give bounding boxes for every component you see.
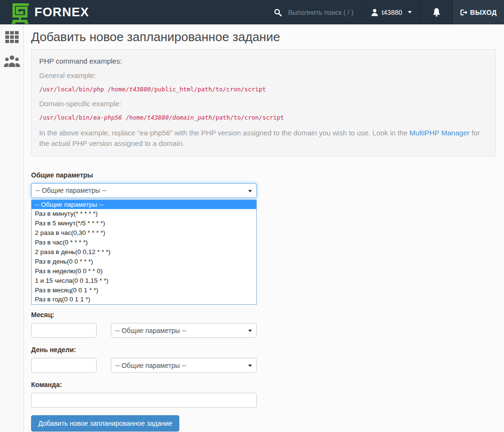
brand[interactable]: FORNEX (0, 0, 265, 24)
submit-button[interactable]: Добавить новое запланированное задание (31, 415, 179, 432)
bell-icon (432, 8, 441, 17)
general-example-label: General example: (39, 71, 488, 79)
people-group-icon (3, 55, 21, 67)
php-version-note: In the above example, replace “ea-php56”… (39, 128, 488, 149)
multiphp-manager-link[interactable]: MultiPHP Manager (409, 129, 470, 137)
weekday-label: День недели: (31, 346, 496, 354)
fornex-logo-icon (10, 1, 30, 24)
logout-label: ВЫХОД (470, 9, 497, 16)
top-navbar: FORNEX Выполнить поиск ( / ) t43880 (0, 0, 504, 24)
brand-name: FORNEX (34, 5, 89, 20)
common-settings-selected-value: -- Общие параметры -- (35, 187, 107, 194)
general-example-code: /usr/local/bin/php /home/t43880/public_h… (39, 86, 488, 93)
sidebar-item-apps[interactable] (0, 31, 23, 43)
dropdown-option[interactable]: Раз в день(0 0 * * *) (32, 257, 256, 266)
command-input[interactable] (31, 393, 257, 408)
common-settings-label: Общие параметры (31, 171, 496, 179)
month-select[interactable]: -- Общие параметры -- (111, 323, 257, 338)
php-examples-heading: PHP command examples: (39, 57, 488, 65)
command-label: Команда: (31, 381, 496, 388)
domain-example-code: /usr/local/bin/ea-php56 /home/t43880/dom… (39, 114, 488, 121)
dropdown-option[interactable]: Раз в минуту(* * * * *) (32, 209, 256, 219)
user-icon (371, 9, 378, 16)
cron-form: Общие параметры -- Общие параметры -- --… (31, 171, 496, 432)
weekday-select[interactable]: -- Общие параметры -- (111, 358, 257, 373)
common-settings-select[interactable]: -- Общие параметры -- (31, 183, 257, 198)
select-caret-icon (248, 330, 252, 332)
search-placeholder: Выполнить поиск ( / ) (288, 9, 353, 16)
logout-button[interactable]: ВЫХОД (452, 0, 504, 24)
search-box[interactable]: Выполнить поиск ( / ) (265, 0, 362, 24)
username: t43880 (382, 9, 402, 16)
dropdown-option[interactable]: Раз в год(0 0 1 1 *) (32, 295, 256, 304)
left-sidebar (0, 24, 24, 432)
logout-icon (460, 9, 468, 16)
weekday-input[interactable] (31, 358, 97, 373)
apps-grid-icon (5, 31, 19, 43)
dropdown-option[interactable]: 2 раза в час(0,30 * * * *) (32, 228, 256, 238)
php-examples-callout: PHP command examples: General example: /… (31, 49, 496, 157)
month-input[interactable] (31, 323, 97, 338)
dropdown-option[interactable]: Раз в 5 минут(*/5 * * * *) (32, 219, 256, 228)
common-settings-dropdown: -- Общие параметры -- Раз в минуту(* * *… (31, 199, 257, 305)
dropdown-option[interactable]: Раз в час(0 * * * *) (32, 238, 256, 247)
chevron-down-icon (408, 11, 412, 13)
dropdown-option[interactable]: -- Общие параметры -- (32, 200, 256, 210)
search-icon (274, 9, 282, 16)
dropdown-option[interactable]: 1 и 15 числа(0 0 1,15 * *) (32, 276, 256, 286)
sidebar-item-accounts[interactable] (0, 55, 23, 67)
domain-example-label: Domain-specific example: (39, 100, 488, 108)
dropdown-option[interactable]: Раз в месяц(0 0 1 * *) (32, 286, 256, 295)
main-content: Добавить новое запланированное задание P… (31, 24, 496, 432)
select-caret-icon (248, 190, 252, 192)
page-title: Добавить новое запланированное задание (31, 30, 496, 44)
month-label: Месяц: (31, 311, 496, 319)
month-select-value: -- Общие параметры -- (115, 327, 186, 334)
dropdown-option[interactable]: Раз в неделю(0 0 * * 0) (32, 266, 256, 276)
notifications-button[interactable] (420, 0, 452, 24)
dropdown-option[interactable]: 2 раза в день(0 0,12 * * *) (32, 247, 256, 257)
weekday-select-value: -- Общие параметры -- (115, 362, 186, 369)
user-menu[interactable]: t43880 (362, 0, 420, 24)
select-caret-icon (248, 365, 252, 367)
